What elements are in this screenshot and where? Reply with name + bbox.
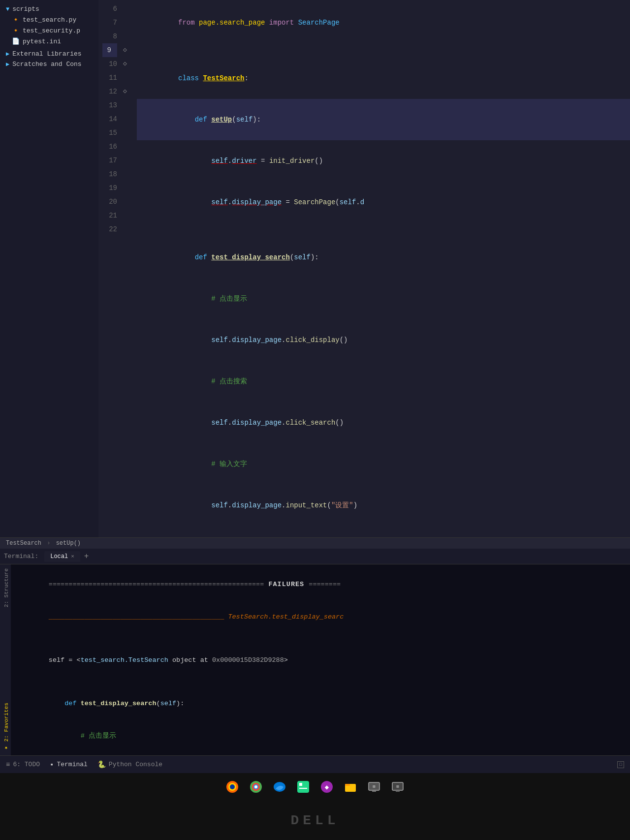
sidebar-label: scripts — [12, 5, 39, 13]
self-text: self = < — [49, 656, 81, 664]
code-line-7 — [137, 44, 630, 58]
file-icon: 🔸 — [12, 27, 20, 34]
taskbar-pycharm[interactable] — [294, 778, 312, 796]
tab-close-button[interactable]: × — [71, 554, 74, 560]
svg-rect-8 — [297, 781, 309, 793]
status-terminal[interactable]: ▪ Terminal — [50, 761, 88, 769]
terminal-tabs: Terminal: Local × + — [0, 549, 630, 564]
svg-point-2 — [230, 784, 235, 789]
expand-icon: □ — [617, 761, 624, 768]
terminal-tab-local[interactable]: Local × — [44, 551, 80, 562]
terminal-label: Terminal: — [4, 553, 38, 560]
line-numbers: 6 7 8 9 10 11 12 13 14 15 16 17 18 19 20… — [98, 0, 123, 537]
sidebar-item-scratches[interactable]: ▶ Scratches and Cons — [0, 59, 98, 69]
expand-icon: ▶ — [6, 50, 9, 58]
code-line-14: # 点击显示 — [137, 278, 630, 319]
code-line-16: # 点击搜索 — [137, 361, 630, 402]
taskbar-icon5[interactable]: ◆ — [318, 778, 336, 796]
code-line-9: def setUp(self): — [137, 99, 630, 140]
terminal-blank-1 — [17, 633, 624, 644]
file-tree: ▼ scripts 🔸 test_search.py 🔸 test_securi… — [0, 0, 98, 537]
terminal-line-orange: ________________________________________… — [17, 601, 624, 633]
svg-rect-10 — [299, 788, 307, 789]
terminal-output: ========================================… — [11, 564, 630, 755]
sidebar-label: test_security.p — [23, 27, 80, 34]
taskbar-display2[interactable]: ⊞ — [389, 778, 407, 796]
status-expand[interactable]: □ — [617, 761, 624, 768]
svg-point-6 — [254, 785, 257, 788]
terminal-section: Terminal: Local × + 2: Structure ★ 2: Fa… — [0, 549, 630, 755]
sidebar-label: Scratches and Cons — [12, 61, 81, 68]
taskbar-edge[interactable] — [271, 778, 288, 796]
breadcrumb-class: TestSearch — [6, 540, 41, 547]
add-tab-button[interactable]: + — [84, 552, 89, 561]
taskbar: ◆ ⊞ ⊞ — [0, 773, 630, 801]
self-param: self — [160, 700, 176, 707]
code-content[interactable]: from page.search_page import SearchPage … — [133, 0, 630, 537]
terminal-icon: ▪ — [50, 761, 54, 769]
code-line-11: self.display_page = SearchPage(self.d — [137, 182, 630, 223]
code-line-19: self.display_page.input_text("设置") — [137, 485, 630, 526]
todo-label: 6: TODO — [13, 761, 40, 768]
python-console-label: Python Console — [109, 761, 162, 768]
terminal-status-label: Terminal — [57, 761, 87, 768]
sidebar-label: External Libraries — [12, 50, 81, 58]
sidebar-item-pytest-ini[interactable]: 📄 pytest.ini — [0, 36, 98, 47]
left-structure-panel: 2: Structure ★ 2: Favorites — [0, 564, 11, 755]
file-icon: 📄 — [12, 37, 20, 45]
terminal-def-line: def test_display_search(self): — [17, 687, 624, 720]
svg-rect-19 — [396, 790, 400, 792]
svg-text:⊞: ⊞ — [373, 784, 375, 789]
object-text: object at — [168, 656, 212, 664]
expand-icon: ▼ — [6, 6, 9, 13]
test-separator: ________________________________________… — [49, 613, 228, 621]
taskbar-display1[interactable]: ⊞ — [365, 778, 383, 796]
test-class-ref: test_search.TestSearch — [81, 656, 168, 664]
structure-tab-label[interactable]: 2: Structure — [0, 564, 11, 611]
taskbar-chrome[interactable] — [247, 778, 265, 796]
file-icon: 🔸 — [12, 16, 20, 24]
breadcrumb: TestSearch › setUp() — [0, 537, 630, 549]
status-python-console[interactable]: 🐍 Python Console — [97, 760, 162, 769]
terminal-comment-line: # 点击显示 — [17, 720, 624, 752]
python-icon: 🐍 — [97, 760, 106, 769]
terminal-line-failures: ========================================… — [17, 568, 624, 601]
svg-rect-16 — [372, 790, 376, 792]
sidebar-item-scripts[interactable]: ▼ scripts — [0, 4, 98, 14]
def-keyword: def — [64, 700, 76, 707]
favorites-tab-label[interactable]: ★ 2: Favorites — [0, 699, 11, 755]
code-line-8: class TestSearch: — [137, 58, 630, 99]
status-todo[interactable]: ≡ 6: TODO — [6, 761, 40, 769]
sidebar-label: test_search.py — [23, 16, 76, 24]
breadcrumb-method: setUp() — [56, 540, 81, 547]
terminal-marker-line: > self.display_page.click_display() — [17, 752, 624, 755]
code-line-20: # 点击返回 — [137, 526, 630, 537]
terminal-self-line: self = <test_search.TestSearch object at… — [17, 644, 624, 677]
sidebar-item-external-libraries[interactable]: ▶ External Libraries — [0, 49, 98, 59]
code-line-13: def test_display_search(self): — [137, 237, 630, 278]
sidebar-item-test-search[interactable]: 🔸 test_search.py — [0, 14, 98, 25]
code-line-18: # 输入文字 — [137, 443, 630, 485]
code-editor: 6 7 8 9 10 11 12 13 14 15 16 17 18 19 20… — [98, 0, 630, 537]
terminal-blank-2 — [17, 677, 624, 687]
taskbar-firefox[interactable] — [223, 778, 241, 796]
todo-icon: ≡ — [6, 761, 10, 769]
expand-icon: ▶ — [6, 61, 9, 68]
dell-logo: DELL — [290, 813, 339, 828]
code-line-12 — [137, 223, 630, 237]
sidebar-item-test-security[interactable]: 🔸 test_security.p — [0, 25, 98, 36]
sidebar-label: pytest.ini — [23, 38, 61, 45]
equals-text: ========================================… — [49, 581, 264, 588]
svg-rect-14 — [345, 784, 350, 786]
tab-label: Local — [50, 553, 68, 560]
taskbar-explorer[interactable] — [342, 778, 359, 796]
svg-text:◆: ◆ — [325, 783, 329, 791]
svg-text:⊞: ⊞ — [396, 784, 399, 789]
memory-address: 0x0000015D382D9288 — [212, 656, 284, 664]
failures-text: FAILURES — [264, 581, 309, 588]
code-line-6: from page.search_page import SearchPage — [137, 2, 630, 44]
code-line-17: self.display_page.click_search() — [137, 402, 630, 443]
func-name: test_display_search — [81, 700, 157, 707]
status-bar: ≡ 6: TODO ▪ Terminal 🐍 Python Console □ — [0, 755, 630, 773]
comment-text: # 点击显示 — [81, 732, 116, 740]
